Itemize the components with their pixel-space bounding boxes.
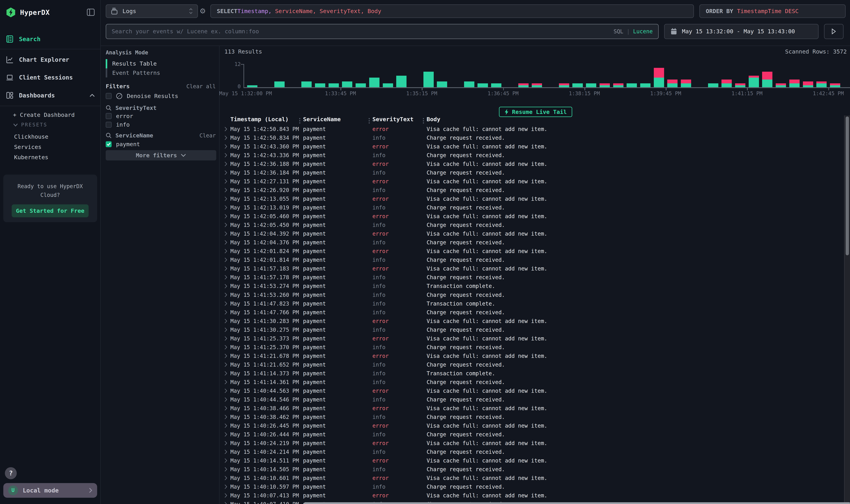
row-expand-chevron-icon[interactable] — [224, 196, 230, 201]
get-started-button[interactable]: Get Started for Free — [12, 204, 89, 217]
table-row[interactable]: May 15 1:42:27.131 PM payment error Visa… — [220, 177, 843, 186]
column-resize-handle[interactable] — [369, 118, 370, 124]
table-row[interactable]: May 15 1:40:26.445 PM payment error Visa… — [220, 421, 843, 430]
row-expand-chevron-icon[interactable] — [224, 205, 230, 210]
chart-bar[interactable] — [572, 83, 583, 87]
column-header-servicename[interactable]: ServiceName — [303, 116, 373, 123]
table-row[interactable]: May 15 1:40:24.219 PM payment error Visa… — [220, 439, 843, 448]
row-expand-chevron-icon[interactable] — [224, 327, 230, 332]
chart-bar[interactable] — [803, 82, 813, 87]
row-expand-chevron-icon[interactable] — [224, 275, 230, 280]
sql-select-input[interactable]: SELECT Timestamp, ServiceName, SeverityT… — [210, 4, 694, 18]
row-expand-chevron-icon[interactable] — [224, 292, 230, 298]
row-expand-chevron-icon[interactable] — [224, 214, 230, 219]
row-expand-chevron-icon[interactable] — [224, 240, 230, 245]
clear-service-filter-button[interactable]: Clear — [199, 132, 216, 139]
row-expand-chevron-icon[interactable] — [224, 161, 230, 166]
chart-bar[interactable] — [464, 82, 474, 87]
row-expand-chevron-icon[interactable] — [224, 484, 230, 489]
table-row[interactable]: May 15 1:41:47.766 PM payment info Charg… — [220, 308, 843, 317]
filter-option-error[interactable]: error — [106, 113, 133, 120]
filter-option-payment[interactable]: payment — [106, 141, 140, 147]
row-expand-chevron-icon[interactable] — [224, 319, 230, 324]
sidebar-item-client-sessions[interactable]: Client Sessions — [6, 74, 73, 82]
chart-bar[interactable] — [722, 79, 732, 87]
sidebar-item-chart-explorer[interactable]: Chart Explorer — [6, 56, 69, 64]
row-expand-chevron-icon[interactable] — [224, 188, 230, 193]
table-row[interactable]: May 15 1:40:10.597 PM payment info Charg… — [220, 482, 843, 491]
order-by-input[interactable]: ORDER BY TimestampTime DESC — [699, 4, 846, 18]
table-row[interactable]: May 15 1:42:36.184 PM payment info Charg… — [220, 168, 843, 177]
sql-mode-toggle[interactable]: SQL — [614, 28, 623, 35]
table-row[interactable]: May 15 1:42:50.843 PM payment error Visa… — [220, 125, 843, 133]
chart-bar[interactable] — [830, 83, 840, 87]
chart-bar[interactable] — [816, 82, 827, 87]
table-row[interactable]: May 15 1:41:30.275 PM payment info Charg… — [220, 325, 843, 334]
vertical-scrollbar[interactable] — [844, 115, 850, 504]
sidebar-item-services[interactable]: Services — [14, 144, 41, 150]
table-row[interactable]: May 15 1:42:04.392 PM payment error Visa… — [220, 229, 843, 238]
chart-bar[interactable] — [315, 83, 325, 87]
table-row[interactable]: May 15 1:41:21.652 PM payment info Charg… — [220, 360, 843, 369]
table-row[interactable]: May 15 1:40:26.444 PM payment info Charg… — [220, 430, 843, 439]
table-row[interactable]: May 15 1:40:14.511 PM payment error Visa… — [220, 456, 843, 465]
row-expand-chevron-icon[interactable] — [224, 493, 230, 498]
table-row[interactable]: May 15 1:41:14.373 PM payment info Trans… — [220, 369, 843, 378]
chart-bar[interactable] — [749, 76, 759, 87]
row-expand-chevron-icon[interactable] — [224, 153, 230, 158]
brand[interactable]: HyperDX — [5, 7, 50, 18]
chart-bar[interactable] — [735, 83, 745, 87]
chart-bar[interactable] — [396, 76, 406, 87]
table-row[interactable]: May 15 1:41:53.274 PM payment info Trans… — [220, 282, 843, 290]
table-row[interactable]: May 15 1:41:53.260 PM payment info Charg… — [220, 290, 843, 299]
chart-bar[interactable] — [423, 72, 434, 87]
row-expand-chevron-icon[interactable] — [224, 144, 230, 149]
source-select[interactable]: Logs — [106, 4, 198, 18]
table-row[interactable]: May 15 1:41:25.373 PM payment error Visa… — [220, 334, 843, 343]
chevron-up-icon[interactable] — [89, 94, 95, 97]
row-expand-chevron-icon[interactable] — [224, 415, 230, 419]
filter-option-info[interactable]: info — [106, 121, 130, 128]
chart-bar[interactable] — [532, 83, 542, 87]
table-row[interactable]: May 15 1:41:21.678 PM payment error Visa… — [220, 352, 843, 360]
checkbox-checked[interactable] — [106, 141, 112, 147]
create-dashboard-button[interactable]: + Create Dashboard — [13, 112, 75, 118]
column-header-body[interactable]: Body — [427, 116, 843, 123]
chart-bar[interactable] — [369, 78, 379, 87]
table-row[interactable]: May 15 1:40:38.466 PM payment error Visa… — [220, 404, 843, 413]
table-row[interactable]: May 15 1:41:47.823 PM payment info Trans… — [220, 299, 843, 308]
clear-all-button[interactable]: Clear all — [186, 83, 216, 89]
table-row[interactable]: May 15 1:40:10.601 PM payment error Visa… — [220, 474, 843, 482]
chart-bar[interactable] — [518, 83, 529, 87]
table-row[interactable]: May 15 1:40:14.505 PM payment info Charg… — [220, 465, 843, 474]
column-resize-handle[interactable] — [423, 118, 424, 124]
vertical-scrollbar-thumb[interactable] — [846, 116, 849, 255]
column-header-timestamp[interactable]: Timestamp (Local) — [230, 116, 303, 123]
tab-event-patterns[interactable]: Event Patterns — [106, 68, 160, 78]
table-row[interactable]: May 15 1:42:01.824 PM payment error Visa… — [220, 247, 843, 255]
row-expand-chevron-icon[interactable] — [224, 362, 230, 367]
row-expand-chevron-icon[interactable] — [224, 266, 230, 271]
chart-bars[interactable] — [246, 64, 850, 87]
chart-bar[interactable] — [437, 82, 447, 87]
chart-bar[interactable] — [654, 68, 664, 87]
row-expand-chevron-icon[interactable] — [224, 380, 230, 384]
checkbox-unchecked[interactable] — [106, 113, 112, 119]
gear-icon[interactable]: ⚙ — [199, 6, 206, 16]
row-expand-chevron-icon[interactable] — [224, 345, 230, 350]
row-expand-chevron-icon[interactable] — [224, 310, 230, 315]
row-expand-chevron-icon[interactable] — [224, 406, 230, 411]
table-row[interactable]: May 15 1:41:57.183 PM payment error Visa… — [220, 264, 843, 273]
lucene-mode-toggle[interactable]: Lucene — [633, 28, 653, 35]
row-expand-chevron-icon[interactable] — [224, 423, 230, 428]
chart-bar[interactable] — [708, 83, 718, 87]
checkbox-unchecked[interactable] — [106, 122, 112, 128]
chart-bar[interactable] — [559, 83, 569, 87]
row-expand-chevron-icon[interactable] — [224, 502, 230, 504]
chart-bar[interactable] — [762, 72, 772, 87]
sidebar-item-search[interactable]: Search — [6, 35, 40, 43]
chart-bar[interactable] — [613, 83, 623, 87]
table-row[interactable]: May 15 1:40:38.462 PM payment info Charg… — [220, 413, 843, 421]
row-expand-chevron-icon[interactable] — [224, 301, 230, 306]
row-expand-chevron-icon[interactable] — [224, 397, 230, 402]
